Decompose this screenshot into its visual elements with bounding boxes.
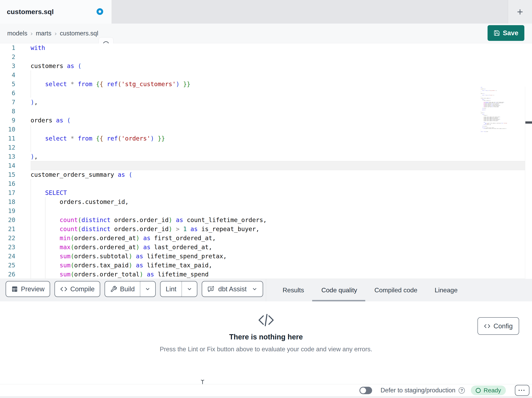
line-content: ), [18, 98, 481, 107]
defer-label: Defer to staging/production [380, 387, 455, 394]
code-line[interactable]: 20 count(distinct orders.order_id) as co… [0, 215, 481, 224]
line-number: 2 [0, 52, 18, 61]
code-line[interactable]: 18 orders.customer_id, [0, 197, 481, 206]
floppy-disk-icon [494, 30, 500, 36]
table-icon [11, 286, 18, 293]
line-number: 22 [0, 234, 18, 243]
code-line[interactable]: 10 [0, 125, 481, 134]
breadcrumb-bar: models›marts›customers.sql Save [0, 24, 532, 43]
line-number: 12 [0, 143, 18, 152]
tab-customers-sql[interactable]: customers.sql [0, 0, 112, 24]
overflow-menu-button[interactable]: ••• [515, 385, 529, 396]
ellipsis-icon: ••• [519, 388, 526, 392]
code-line[interactable]: 13), [0, 152, 481, 161]
indent-guide [31, 215, 31, 224]
line-number: 3 [0, 61, 18, 71]
lint-main[interactable]: Lint [160, 281, 182, 297]
line-content [18, 107, 481, 116]
code-line[interactable]: 16 [0, 179, 481, 188]
code-line[interactable]: 11 select * from {{ ref('orders') }} [0, 134, 481, 143]
code-line[interactable]: 4 [0, 71, 481, 79]
code-line[interactable]: 14 [0, 161, 481, 170]
indent-guide [31, 224, 31, 234]
new-tab-button[interactable]: + [517, 7, 523, 17]
code-line[interactable]: 2 [0, 52, 481, 61]
line-content: count(distinct orders.order_id) > 1 as i… [18, 224, 481, 234]
empty-state-subtitle: Press the Lint or Fix button above to ev… [0, 346, 532, 353]
code-line[interactable]: 22 min(orders.ordered_at) as first_order… [0, 234, 481, 243]
dbt-assist-label: dbt Assist [218, 285, 247, 293]
code-line[interactable]: 7), [0, 98, 481, 107]
line-content: select * from {{ ref('orders') }} [18, 134, 481, 143]
code-editor[interactable]: 1with23customers as (45 select * from {{… [0, 43, 532, 279]
compile-label: Compile [70, 285, 95, 293]
code-line[interactable]: 25 sum(orders.tax_paid) as lifetime_tax_… [0, 261, 481, 270]
line-content: select * from {{ ref('stg_customers') }} [18, 79, 481, 89]
code-line[interactable]: 12 [0, 143, 481, 152]
indent-guide [31, 143, 31, 152]
indent-guide [31, 71, 31, 79]
line-content: SELECT [18, 188, 481, 197]
empty-state-title: There is nothing here [0, 333, 532, 341]
code-line[interactable]: 19 [0, 206, 481, 215]
tab-bar: customers.sql + [0, 0, 532, 24]
config-button[interactable]: Config [477, 317, 519, 335]
indent-guide [31, 261, 31, 270]
line-content: sum(orders.subtotal) as lifetime_spend_p… [18, 252, 481, 261]
code-line[interactable]: 9orders as ( [0, 116, 481, 125]
line-number: 4 [0, 71, 18, 79]
chevron-down-icon [252, 286, 257, 292]
breadcrumb-item[interactable]: models [7, 30, 27, 37]
defer-toggle[interactable] [359, 387, 372, 394]
scroll-position-marker [525, 121, 532, 124]
code-line[interactable]: 23 max(orders.ordered_at) as last_ordere… [0, 243, 481, 252]
tab-code-quality[interactable]: Code quality [321, 279, 357, 301]
chevron-down-icon [187, 286, 192, 292]
preview-button[interactable]: Preview [6, 281, 50, 297]
code-line[interactable]: 8 [0, 107, 481, 116]
line-number: 15 [0, 170, 18, 179]
line-number: 13 [0, 152, 18, 161]
panel-tabs: ResultsCode qualityCompiled codeLineage [283, 279, 458, 301]
code-icon [0, 313, 532, 327]
code-line[interactable]: 21 count(distinct orders.order_id) > 1 a… [0, 224, 481, 234]
line-number: 24 [0, 252, 18, 261]
line-number: 7 [0, 98, 18, 107]
lint-dropdown[interactable] [182, 281, 197, 297]
tab-results[interactable]: Results [283, 279, 304, 301]
build-button[interactable]: Build [105, 281, 155, 297]
lint-button[interactable]: Lint [160, 281, 197, 297]
line-number: 14 [0, 161, 18, 170]
panel-toolbar: Preview Compile [0, 279, 532, 301]
code-line[interactable]: 3customers as ( [0, 61, 481, 71]
lint-label: Lint [166, 285, 176, 293]
breadcrumb: models›marts›customers.sql [7, 24, 98, 43]
code-line[interactable]: 5 select * from {{ ref('stg_customers') … [0, 79, 481, 89]
code-line[interactable]: 26 sum(orders.order_total) as lifetime_s… [0, 270, 481, 279]
config-label: Config [494, 322, 513, 330]
indent-guide [31, 197, 31, 206]
toggle-knob [360, 388, 366, 393]
build-dropdown[interactable] [140, 281, 155, 297]
save-button[interactable]: Save [488, 25, 524, 41]
code-line[interactable]: 17 SELECT [0, 188, 481, 197]
breadcrumb-item[interactable]: marts [36, 30, 51, 37]
breadcrumb-item[interactable]: customers.sql [60, 30, 98, 37]
code-line[interactable]: 1with [0, 43, 481, 52]
code-line[interactable]: 6 [0, 89, 481, 98]
compile-button[interactable]: Compile [55, 281, 100, 297]
indent-guide [31, 79, 31, 89]
wrench-icon [110, 286, 117, 293]
tab-compiled-code[interactable]: Compiled code [374, 279, 417, 301]
dbt-assist-button[interactable]: dbt Assist [202, 281, 263, 297]
build-main[interactable]: Build [105, 281, 140, 297]
indent-guide [45, 224, 45, 234]
line-content [18, 52, 481, 61]
dbt-ide-window: customers.sql + models›marts›customers.s… [0, 0, 532, 398]
code-quality-panel: There is nothing here Press the Lint or … [0, 301, 532, 384]
help-icon[interactable]: ? [459, 387, 465, 394]
indent-guide [45, 215, 45, 224]
code-line[interactable]: 15customer_orders_summary as ( [0, 170, 481, 179]
code-line[interactable]: 24 sum(orders.subtotal) as lifetime_spen… [0, 252, 481, 261]
tab-lineage[interactable]: Lineage [435, 279, 458, 301]
